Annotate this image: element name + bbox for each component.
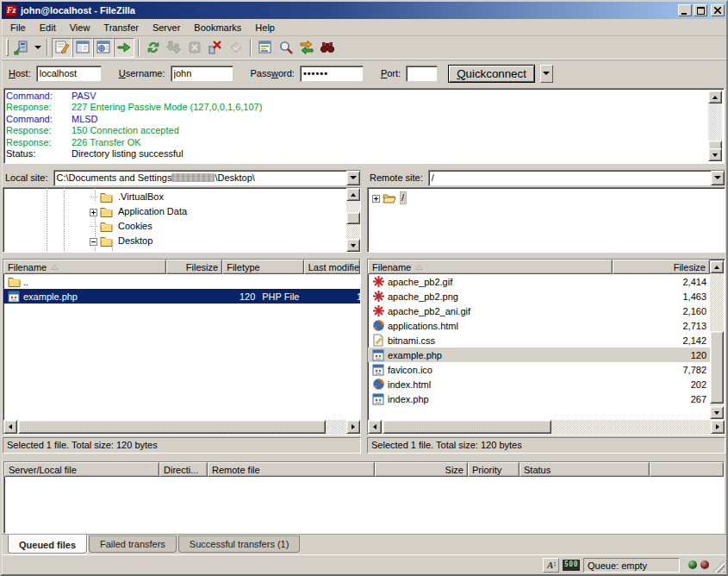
host-input[interactable] xyxy=(36,66,102,82)
minimize-button[interactable] xyxy=(678,4,692,16)
local-site-combo[interactable]: C:\Documents and Settings\Desktop\ xyxy=(53,170,361,186)
close-button[interactable] xyxy=(711,4,725,16)
refresh-button[interactable] xyxy=(143,38,164,58)
remote-vertical-scrollbar[interactable] xyxy=(710,260,724,419)
local-horizontal-scrollbar[interactable] xyxy=(3,420,360,435)
quickconnect-dropdown[interactable] xyxy=(540,65,553,83)
tree-item[interactable]: / xyxy=(372,191,407,205)
directory-listing-filters-button[interactable] xyxy=(255,38,276,58)
tree-item[interactable]: Application Data xyxy=(90,204,190,219)
scroll-down-button[interactable] xyxy=(708,148,722,161)
tree-item[interactable]: Desktop xyxy=(90,234,155,248)
column-header-filename[interactable]: Filename xyxy=(3,260,166,274)
file-row-selected[interactable]: example.php 120 PHP File 1 xyxy=(3,289,360,304)
maximize-button[interactable] xyxy=(694,4,707,16)
toggle-local-tree-button[interactable] xyxy=(72,38,93,58)
process-queue-button[interactable] xyxy=(164,38,184,58)
pane-splitter[interactable] xyxy=(2,253,362,259)
synchronized-browsing-button[interactable] xyxy=(296,38,317,58)
site-manager-dropdown[interactable] xyxy=(32,38,43,58)
column-header-priority[interactable]: Priority xyxy=(468,462,520,477)
scroll-up-button[interactable] xyxy=(710,260,724,273)
scroll-thumb[interactable] xyxy=(18,420,326,434)
column-header-size[interactable]: Size xyxy=(375,462,468,477)
remote-horizontal-scrollbar[interactable] xyxy=(368,420,725,435)
scroll-thumb[interactable] xyxy=(383,420,551,434)
scroll-down-button[interactable] xyxy=(346,239,360,252)
local-directory-tree[interactable]: .VirtualBox Application Data Cookies Des… xyxy=(3,187,361,253)
remote-directory-tree[interactable]: / xyxy=(367,187,725,253)
scroll-up-button[interactable] xyxy=(708,91,722,103)
column-header-filesize[interactable]: Filesize xyxy=(613,260,710,274)
column-header-status[interactable]: Status xyxy=(520,462,650,477)
scroll-down-button[interactable] xyxy=(710,406,724,419)
menu-transfer[interactable]: Transfer xyxy=(96,20,146,35)
tree-item[interactable]: Cookies xyxy=(90,219,155,234)
column-header-filetype[interactable]: Filetype xyxy=(222,260,304,274)
password-input[interactable] xyxy=(300,66,364,82)
tab-queued-files[interactable]: Queued files xyxy=(8,535,87,554)
column-header-remote-file[interactable]: Remote file xyxy=(208,462,375,477)
tree-item[interactable]: .VirtualBox xyxy=(90,190,166,204)
menu-file[interactable]: File xyxy=(3,20,33,35)
column-header-filename[interactable]: Filename xyxy=(368,260,613,274)
column-header-lastmodified[interactable]: Last modified xyxy=(304,260,360,274)
scroll-thumb[interactable] xyxy=(346,212,360,224)
expand-icon[interactable] xyxy=(90,208,97,216)
menu-view[interactable]: View xyxy=(63,20,97,35)
toggle-message-log-button[interactable] xyxy=(52,38,72,58)
column-header-filesize[interactable]: Filesize xyxy=(166,260,222,274)
port-input[interactable] xyxy=(406,66,438,82)
find-files-button[interactable] xyxy=(317,38,338,58)
transfer-type-ascii-icon[interactable]: A xyxy=(543,558,559,573)
file-row[interactable]: .. xyxy=(3,274,360,289)
file-row[interactable]: applications.html 2,713 xyxy=(368,318,710,333)
pane-splitter[interactable] xyxy=(366,253,726,259)
file-row[interactable]: favicon.ico 7,782 xyxy=(368,362,710,377)
username-input[interactable] xyxy=(171,66,233,82)
file-row[interactable]: index.php 267 xyxy=(368,391,710,406)
remote-site-combo[interactable]: / xyxy=(428,170,725,186)
menu-edit[interactable]: Edit xyxy=(33,20,63,35)
scroll-up-button[interactable] xyxy=(346,188,360,201)
directory-comparison-button[interactable] xyxy=(276,38,296,58)
scroll-right-button[interactable] xyxy=(711,420,725,434)
speed-limit-icon[interactable]: 500 xyxy=(563,560,580,571)
resize-grip[interactable] xyxy=(712,560,725,573)
log-scrollbar[interactable] xyxy=(708,91,722,161)
expand-icon[interactable] xyxy=(372,194,380,202)
tab-successful-transfers[interactable]: Successful transfers (1) xyxy=(178,535,301,553)
disconnect-button[interactable] xyxy=(205,38,226,58)
queue-splitter[interactable] xyxy=(2,454,726,461)
reconnect-button[interactable] xyxy=(226,38,246,58)
site-manager-button[interactable] xyxy=(11,38,32,58)
combo-dropdown-button[interactable] xyxy=(346,171,360,185)
file-row[interactable]: bitnami.css 2,142 xyxy=(368,333,710,347)
toggle-queue-button[interactable] xyxy=(114,38,134,58)
collapse-icon[interactable] xyxy=(90,237,97,245)
column-header-direction[interactable]: Directi... xyxy=(159,462,208,477)
tab-failed-transfers[interactable]: Failed transfers xyxy=(89,535,177,553)
scroll-right-button[interactable] xyxy=(346,420,360,434)
file-row[interactable]: index.html 202 xyxy=(368,377,710,391)
menu-help[interactable]: Help xyxy=(248,20,282,35)
file-row[interactable]: apache_pb2.gif 2,414 xyxy=(368,274,710,289)
tree-item-label: Desktop xyxy=(116,235,155,247)
host-label: Host: xyxy=(9,68,31,78)
local-tree-scrollbar[interactable] xyxy=(346,188,360,252)
column-header-server-local-file[interactable]: Server/Local file xyxy=(4,462,159,477)
cancel-operation-button[interactable] xyxy=(184,38,205,58)
toggle-remote-tree-button[interactable] xyxy=(93,38,114,58)
remote-file-list: Filename Filesize apache_pb2.gif 2,414 a… xyxy=(367,259,725,435)
file-row[interactable]: apache_pb2.png 1,463 xyxy=(368,289,710,304)
file-row-selected[interactable]: example.php 120 xyxy=(368,347,710,362)
menu-bookmarks[interactable]: Bookmarks xyxy=(187,20,248,35)
quickconnect-button[interactable]: Quickconnect xyxy=(448,65,535,83)
menu-server[interactable]: Server xyxy=(146,20,187,35)
scroll-thumb[interactable] xyxy=(710,331,724,404)
combo-dropdown-button[interactable] xyxy=(711,171,725,185)
file-row[interactable]: apache_pb2_ani.gif 2,160 xyxy=(368,304,710,318)
queue-body[interactable] xyxy=(4,477,724,533)
scroll-left-button[interactable] xyxy=(368,420,382,434)
scroll-left-button[interactable] xyxy=(3,420,17,434)
